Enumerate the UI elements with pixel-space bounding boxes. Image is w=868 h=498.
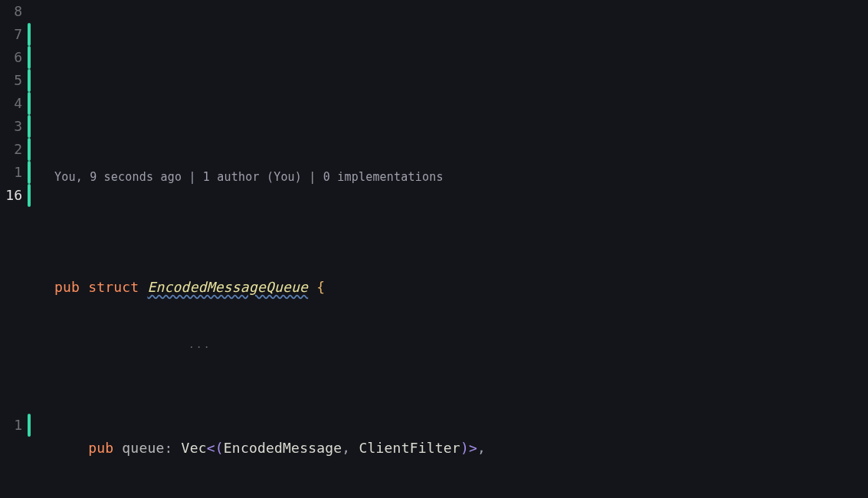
- line-number: [0, 391, 25, 414]
- code-area[interactable]: You, 9 seconds ago | 1 author (You) | 0 …: [33, 0, 868, 498]
- code-line[interactable]: pub struct EncodedMessageQueue {: [54, 276, 868, 299]
- line-number: 7: [0, 23, 25, 46]
- line-number: 8: [0, 0, 25, 23]
- line-number-gutter: 8 7 6 5 4 3 2 1 16 1: [0, 0, 25, 498]
- line-number-current: 16: [0, 184, 25, 207]
- line-number: 1: [0, 414, 25, 437]
- line-number: 3: [0, 115, 25, 138]
- code-editor[interactable]: 8 7 6 5 4 3 2 1 16 1: [0, 0, 868, 498]
- line-number: [0, 230, 25, 253]
- git-change-indicator: [25, 0, 33, 498]
- code-lens-text[interactable]: You, 9 seconds ago | 1 author (You) | 0 …: [54, 170, 444, 184]
- line-number: 2: [0, 138, 25, 161]
- line-number: [0, 368, 25, 391]
- line-number: [0, 253, 25, 276]
- line-number: 1: [0, 161, 25, 184]
- line-number: 5: [0, 69, 25, 92]
- line-number: [0, 437, 25, 460]
- line-number: [0, 299, 25, 322]
- line-number: 4: [0, 92, 25, 115]
- line-number: [0, 276, 25, 299]
- line-number: [0, 345, 25, 368]
- code-line[interactable]: pub queue: Vec<(EncodedMessage, ClientFi…: [54, 437, 868, 460]
- line-number: [0, 207, 25, 230]
- line-number: [0, 322, 25, 345]
- line-number: 6: [0, 46, 25, 69]
